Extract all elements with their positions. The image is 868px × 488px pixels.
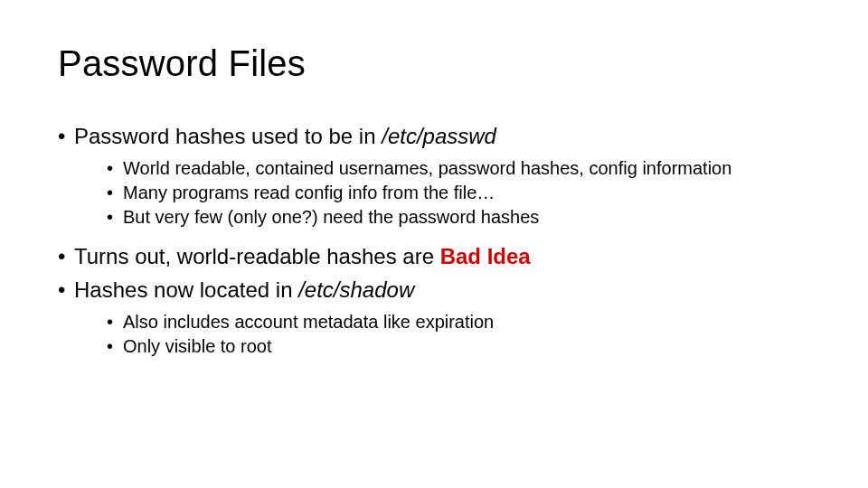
bullet-3-sub-1: Also includes account metadata like expi… — [74, 310, 810, 334]
slide-title: Password Files — [58, 43, 810, 84]
bullet-1-sub-2: Many programs read config info from the … — [74, 181, 810, 205]
bullet-1-text: Password hashes used to be in — [74, 124, 382, 148]
bullet-2: Turns out, world-readable hashes are Bad… — [58, 242, 810, 271]
bullet-2-bad: Bad Idea — [440, 244, 531, 268]
bullet-1-sublist: World readable, contained usernames, pas… — [74, 156, 810, 230]
bullet-1-sub-1: World readable, contained usernames, pas… — [74, 156, 810, 181]
bullet-2-text: Turns out, world-readable hashes are — [74, 244, 440, 268]
bullet-3: Hashes now located in /etc/shadow Also i… — [58, 276, 810, 359]
bullet-1-sub-3: But very few (only one?) need the passwo… — [74, 205, 810, 230]
bullet-3-text: Hashes now located in — [74, 277, 298, 302]
bullet-3-sublist: Also includes account metadata like expi… — [74, 310, 810, 359]
bullet-3-sub-2: Only visible to root — [74, 334, 810, 359]
bullet-list: Password hashes used to be in /etc/passw… — [58, 122, 810, 359]
bullet-3-path: /etc/shadow — [298, 277, 414, 302]
bullet-1: Password hashes used to be in /etc/passw… — [58, 122, 810, 230]
slide: Password Files Password hashes used to b… — [0, 0, 868, 488]
bullet-1-path: /etc/passwd — [382, 124, 496, 148]
